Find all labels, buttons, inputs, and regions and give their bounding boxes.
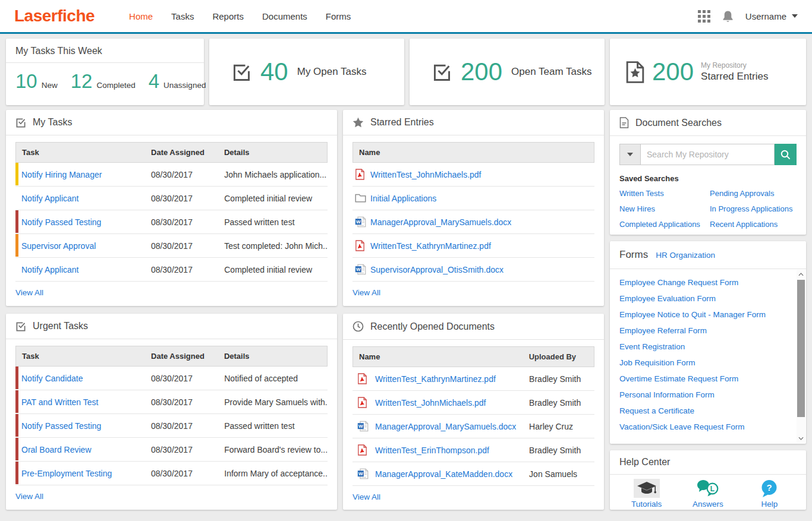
form-link[interactable]: Job Requisition Form [619, 355, 792, 371]
form-link[interactable]: Employee Evaluation Form [619, 291, 792, 307]
table-row: WManagerApproval_KateMadden.docxJon Samu… [353, 462, 594, 486]
panel-recent-documents: Recently Opened Documents Name Uploaded … [343, 314, 604, 510]
column-header: Date Assigned [145, 143, 218, 162]
form-link[interactable]: Personal Information Form [619, 387, 792, 403]
nav-item-tasks[interactable]: Tasks [171, 11, 194, 21]
column-header: Task [16, 346, 145, 366]
nav-item-forms[interactable]: Forms [326, 11, 351, 21]
entry-link[interactable]: SupervisorApproval_OtisSmith.docx [370, 265, 503, 274]
task-link[interactable]: Oral Board Review [21, 445, 92, 454]
task-link[interactable]: Notify Applicant [21, 194, 79, 203]
saved-search-link[interactable]: Recent Applications [710, 220, 797, 229]
entry-link[interactable]: ManagerApproval_MarySamuels.docx [370, 217, 511, 227]
saved-search-link[interactable]: Pending Approvals [710, 189, 797, 198]
dashboard: My Tasks This Week 10New12Completed4Unas… [0, 34, 812, 521]
form-link[interactable]: Employee Notice to Quit - Manager Form [619, 307, 792, 323]
task-link[interactable]: Notify Candidate [21, 374, 83, 383]
priority-flag [15, 438, 18, 460]
help-item-help[interactable]: ?Help [742, 478, 796, 509]
pdf-icon [353, 444, 375, 456]
apps-grid-icon[interactable] [698, 10, 710, 23]
view-all-link[interactable]: View All [15, 288, 43, 297]
task-link[interactable]: Notify Hiring Manager [21, 170, 102, 179]
nav-item-documents[interactable]: Documents [262, 11, 307, 21]
view-all-link[interactable]: View All [353, 492, 380, 501]
summary-cards-row: My Tasks This Week 10New12Completed4Unas… [6, 39, 806, 105]
word-icon: W [353, 468, 375, 479]
task-details: Completed initial review [218, 265, 328, 274]
form-link[interactable]: Request a Certificate [619, 403, 792, 419]
saved-search-link[interactable]: Completed Applications [619, 220, 710, 229]
nav-item-reports[interactable]: Reports [212, 11, 244, 21]
table-row: WrittenTest_JohnMichaels.pdfBradley Smit… [353, 391, 594, 415]
task-link[interactable]: PAT and Written Test [21, 397, 98, 407]
table-header: TaskDate AssignedDetails [15, 346, 328, 367]
table-header: Name [353, 142, 594, 163]
task-link[interactable]: Notify Passed Testing [21, 421, 101, 431]
check-square-icon [15, 118, 26, 128]
document-link[interactable]: WrittenTest_KathrynMartinez.pdf [375, 374, 496, 384]
document-link[interactable]: ManagerApproval_KateMadden.docx [375, 469, 512, 479]
form-link[interactable]: Employee Change Request Form [619, 274, 792, 291]
table-row: PAT and Written Test08/30/2017Provide Ma… [15, 390, 328, 414]
form-link[interactable]: Vacation/Sick Leave Request Form [619, 419, 792, 435]
nav-item-home[interactable]: Home [129, 11, 153, 21]
form-link[interactable]: Employee Referral Form [619, 323, 792, 339]
view-all-link[interactable]: View All [15, 492, 43, 501]
search-input[interactable] [641, 144, 775, 165]
entry-link[interactable]: Initial Applications [370, 194, 436, 203]
document-link[interactable]: WrittenTest_JohnMichaels.pdf [375, 398, 486, 408]
priority-flag [15, 210, 18, 233]
list-item: WSupervisorApproval_OtisSmith.docx [353, 258, 594, 282]
user-menu[interactable]: Username [745, 11, 798, 21]
form-link[interactable]: Overtime Estimate Request Form [619, 371, 792, 387]
table-row: Notify Passed Testing08/30/2017Passed wr… [15, 210, 328, 234]
entry-link[interactable]: WrittenTest_JohnMichaels.pdf [370, 170, 481, 179]
column-header: Name [353, 143, 594, 162]
scroll-up-icon[interactable] [797, 270, 805, 279]
date-assigned: 08/30/2017 [145, 374, 218, 383]
panel-help-center: Help Center TutorialsLAnswers?Help [610, 450, 806, 510]
task-link[interactable]: Supervisor Approval [21, 241, 96, 251]
scrollbar[interactable] [797, 270, 805, 443]
scrollbar-thumb[interactable] [797, 280, 805, 417]
date-assigned: 08/30/2017 [145, 265, 218, 274]
form-link[interactable]: Event Registration [619, 339, 792, 355]
notifications-bell-icon[interactable] [722, 10, 734, 23]
column-header: Details [218, 143, 327, 162]
help-items: TutorialsLAnswers?Help [610, 475, 806, 509]
column-header: Task [16, 143, 145, 162]
help-item-answers[interactable]: LAnswers [681, 478, 735, 509]
task-details: Provide Mary Samuels with... [218, 397, 328, 407]
entry-link[interactable]: WrittenTest_KathrynMartinez.pdf [370, 241, 491, 251]
document-link[interactable]: ManagerApproval_MarySamuels.docx [375, 422, 516, 431]
week-stats: 10New12Completed4Unassigned [6, 63, 204, 100]
list-item: Initial Applications [353, 187, 594, 210]
saved-search-link[interactable]: Written Tests [619, 189, 710, 198]
view-all-link[interactable]: View All [353, 288, 380, 297]
task-link[interactable]: Pre-Employment Testing [21, 469, 112, 478]
task-link[interactable]: Notify Applicant [21, 265, 79, 274]
scroll-down-icon[interactable] [797, 434, 805, 443]
panel-starred-entries: Starred Entries Name WrittenTest_JohnMic… [343, 110, 604, 306]
saved-searches-list: Written TestsPending ApprovalsNew HiresI… [619, 189, 797, 229]
search-scope-dropdown[interactable] [619, 144, 641, 165]
search-button[interactable] [775, 144, 797, 165]
column-header: Details [218, 346, 327, 366]
priority-flag [15, 163, 18, 185]
document-link[interactable]: WrittenTest_ErinThompson.pdf [375, 446, 489, 455]
help-item-tutorials[interactable]: Tutorials [620, 478, 673, 509]
table-row: Notify Passed Testing08/30/2017Passed wr… [15, 414, 328, 438]
svg-text:?: ? [767, 482, 772, 492]
saved-search-link[interactable]: In Progress Applications [710, 204, 797, 213]
priority-flag [15, 462, 18, 484]
task-link[interactable]: Notify Passed Testing [21, 217, 101, 227]
uploaded-by: Jon Samuels [529, 469, 594, 479]
svg-text:L: L [710, 485, 715, 493]
task-details: Forward Board's review to... [218, 445, 328, 454]
forms-org-link[interactable]: HR Organization [656, 251, 715, 260]
saved-search-link[interactable]: New Hires [619, 204, 710, 213]
app-logo[interactable]: Laserfiche [14, 7, 95, 26]
starred-document-icon [625, 61, 645, 84]
panel-forms: Forms HR Organization Employee Change Re… [610, 241, 806, 444]
